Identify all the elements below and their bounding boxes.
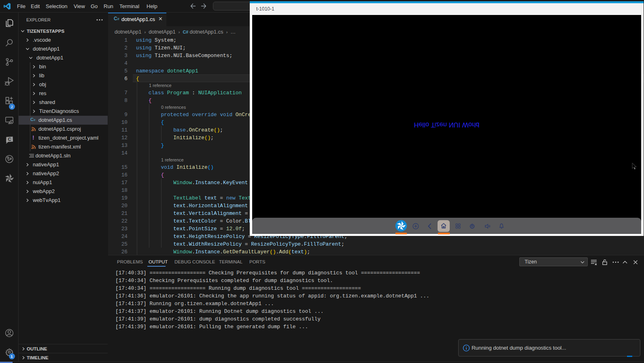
svg-text:C: C: [8, 137, 11, 142]
